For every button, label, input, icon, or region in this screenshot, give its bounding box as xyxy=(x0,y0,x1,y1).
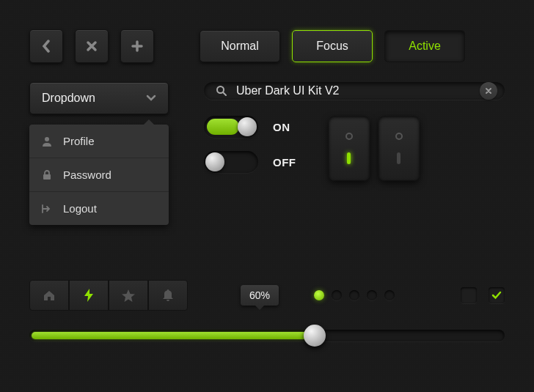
dropdown-label: Dropdown xyxy=(42,92,95,105)
focus-button[interactable]: Focus xyxy=(292,30,373,62)
radio-option-4[interactable] xyxy=(367,290,377,300)
svg-rect-1 xyxy=(43,174,51,180)
add-button[interactable] xyxy=(120,29,154,63)
dropdown-item-label: Profile xyxy=(63,135,95,147)
rocker-switch-on[interactable] xyxy=(329,116,370,180)
back-button[interactable] xyxy=(29,29,63,63)
radio-option-1[interactable] xyxy=(314,290,324,300)
toggle-on-label: ON xyxy=(273,121,290,133)
slider[interactable] xyxy=(29,330,505,341)
close-icon xyxy=(485,87,492,95)
dropdown-item-profile[interactable]: Profile xyxy=(29,125,169,158)
logout-icon xyxy=(41,204,53,213)
radio-option-3[interactable] xyxy=(349,290,359,300)
plus-icon xyxy=(131,40,143,52)
switch-indicator-on-icon xyxy=(347,152,351,164)
clear-search-button[interactable] xyxy=(480,82,497,100)
dropdown-item-label: Logout xyxy=(63,202,97,215)
dropdown-button[interactable]: Dropdown xyxy=(29,82,169,114)
normal-button[interactable]: Normal xyxy=(200,30,280,62)
search-input[interactable] xyxy=(236,84,471,97)
toggle-knob xyxy=(205,152,224,171)
bell-icon xyxy=(163,289,173,302)
check-icon xyxy=(491,291,502,300)
checkbox-checked[interactable] xyxy=(489,287,505,303)
svg-point-0 xyxy=(45,137,49,141)
lock-icon xyxy=(41,170,53,180)
close-button[interactable] xyxy=(75,29,109,63)
dropdown-menu: Profile Password Logout xyxy=(29,125,169,225)
active-button[interactable]: Active xyxy=(384,30,465,62)
tab-activity[interactable] xyxy=(69,280,109,311)
search-box xyxy=(204,82,505,100)
rocker-switch-off[interactable] xyxy=(378,116,420,180)
dropdown-item-logout[interactable]: Logout xyxy=(29,192,169,225)
search-icon xyxy=(216,85,227,97)
chevron-left-icon xyxy=(41,40,51,53)
dropdown-item-label: Password xyxy=(63,169,111,181)
chevron-down-icon xyxy=(146,95,156,102)
checkbox-unchecked[interactable] xyxy=(461,287,477,303)
slider-knob[interactable] xyxy=(304,325,326,347)
switch-indicator-on-icon xyxy=(397,152,400,164)
radio-option-5[interactable] xyxy=(384,290,395,300)
bolt-icon xyxy=(84,289,93,302)
dropdown-item-password[interactable]: Password xyxy=(29,158,169,192)
tab-notifications[interactable] xyxy=(148,280,188,311)
slider-fill xyxy=(32,332,317,339)
home-icon xyxy=(43,289,56,301)
toggle-off-label: OFF xyxy=(273,156,296,169)
tab-home[interactable] xyxy=(29,280,69,311)
switch-indicator-off-icon xyxy=(395,133,403,140)
toggle-off[interactable] xyxy=(204,151,258,173)
close-icon xyxy=(86,40,98,52)
toggle-knob xyxy=(238,117,257,136)
tab-favorites[interactable] xyxy=(109,280,148,311)
slider-tooltip: 60% xyxy=(241,285,279,306)
switch-indicator-off-icon xyxy=(345,133,353,140)
radio-option-2[interactable] xyxy=(332,290,342,300)
user-icon xyxy=(41,136,53,147)
star-icon xyxy=(122,289,135,302)
radio-group xyxy=(314,290,395,300)
toggle-on[interactable] xyxy=(204,116,258,138)
